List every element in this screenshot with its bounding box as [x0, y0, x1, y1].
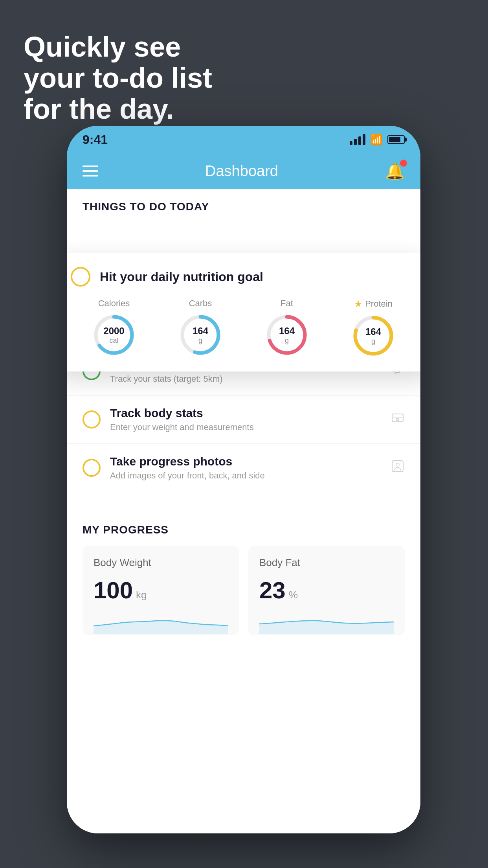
- body-fat-value: 23: [259, 577, 286, 604]
- calories-ring: 2000 cal: [92, 313, 136, 357]
- star-icon: ★: [354, 298, 363, 309]
- fat-value: 164: [279, 326, 295, 337]
- app-header: Dashboard 🔔: [67, 153, 420, 189]
- nutrition-card-title: Hit your daily nutrition goal: [100, 270, 263, 284]
- person-icon: [391, 459, 405, 477]
- protein-ring: 164 g: [352, 314, 395, 357]
- fat-label: Fat: [281, 298, 293, 309]
- menu-button[interactable]: [83, 166, 98, 177]
- scale-icon: [391, 411, 405, 428]
- nutrition-card-header: Hit your daily nutrition goal: [71, 267, 416, 287]
- carbs-value: 164: [193, 326, 208, 337]
- body-fat-title: Body Fat: [259, 557, 394, 569]
- progress-title: MY PROGRESS: [83, 524, 405, 536]
- body-weight-value: 100: [94, 577, 133, 604]
- calories-unit: cal: [103, 337, 124, 345]
- phone-content: THINGS TO DO TODAY Hit your daily nutrit…: [67, 189, 420, 833]
- carbs-item: Carbs 164 g: [179, 298, 222, 357]
- protein-label: Protein: [365, 299, 393, 309]
- fat-item: Fat 164 g: [265, 298, 308, 357]
- phone-frame: 9:41 📶 Dashboard 🔔 THI: [67, 126, 420, 833]
- body-fat-value-row: 23 %: [259, 577, 394, 604]
- bodystats-name: Track body stats: [110, 406, 381, 420]
- fat-unit: g: [279, 337, 295, 345]
- status-bar: 9:41 📶: [67, 126, 420, 153]
- bodystats-desc: Enter your weight and measurements: [110, 422, 381, 432]
- protein-item: ★ Protein 164 g: [352, 298, 395, 357]
- bodystats-info: Track body stats Enter your weight and m…: [110, 406, 381, 432]
- body-fat-unit: %: [289, 589, 298, 601]
- photos-info: Take progress photos Add images of your …: [110, 455, 381, 481]
- body-weight-title: Body Weight: [94, 557, 228, 569]
- notification-button[interactable]: 🔔: [385, 162, 405, 180]
- body-weight-chart: [94, 610, 228, 634]
- status-icons: 📶: [350, 134, 405, 146]
- task-body-stats[interactable]: Track body stats Enter your weight and m…: [67, 395, 420, 444]
- battery-icon: [387, 135, 405, 144]
- body-fat-card: Body Fat 23 %: [248, 546, 405, 635]
- hero-text: Quickly see your to-do list for the day.: [24, 31, 212, 125]
- calories-value: 2000: [103, 326, 124, 337]
- svg-point-11: [396, 418, 399, 421]
- header-title: Dashboard: [205, 163, 278, 180]
- protein-value: 164: [365, 326, 381, 337]
- carbs-unit: g: [193, 337, 208, 345]
- status-time: 9:41: [83, 132, 108, 147]
- running-desc: Track your stats (target: 5km): [110, 374, 381, 384]
- signal-icon: [350, 134, 365, 145]
- notification-badge: [400, 160, 407, 167]
- photos-checkbox[interactable]: [83, 459, 101, 477]
- fat-ring: 164 g: [265, 313, 308, 357]
- things-to-do-header: THINGS TO DO TODAY: [67, 189, 420, 221]
- protein-unit: g: [365, 337, 381, 346]
- progress-section: MY PROGRESS Body Weight 100 kg B: [67, 508, 420, 643]
- wifi-icon: 📶: [370, 134, 383, 146]
- body-weight-unit: kg: [136, 589, 147, 601]
- calories-item: Calories 2000 cal: [92, 298, 136, 357]
- calories-label: Calories: [98, 298, 130, 309]
- carbs-ring: 164 g: [179, 313, 222, 357]
- nutrition-circles: Calories 2000 cal: [71, 298, 416, 357]
- body-fat-chart: [259, 610, 394, 634]
- carbs-label: Carbs: [189, 298, 212, 309]
- body-weight-value-row: 100 kg: [94, 577, 228, 604]
- photos-desc: Add images of your front, back, and side: [110, 471, 381, 481]
- progress-cards: Body Weight 100 kg Body Fat 23 %: [83, 546, 405, 635]
- nutrition-card: Hit your daily nutrition goal Calories: [67, 253, 420, 371]
- nutrition-checkbox[interactable]: [71, 267, 90, 287]
- photos-name: Take progress photos: [110, 455, 381, 468]
- task-progress-photos[interactable]: Take progress photos Add images of your …: [67, 444, 420, 492]
- body-weight-card: Body Weight 100 kg: [83, 546, 239, 635]
- svg-point-13: [396, 463, 399, 466]
- bodystats-checkbox[interactable]: [83, 410, 101, 428]
